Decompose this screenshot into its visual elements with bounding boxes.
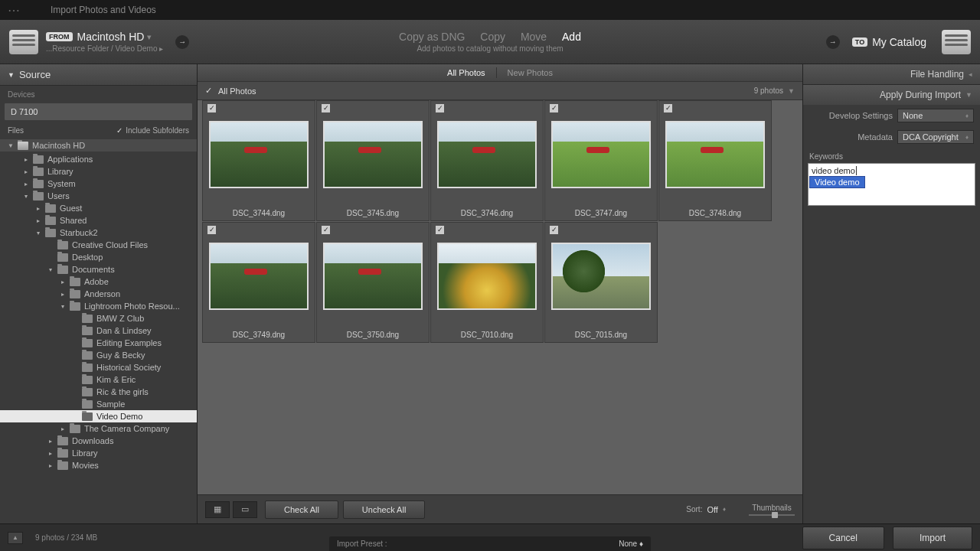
folder-guest[interactable]: ▸Guest [0, 202, 197, 214]
thumb-checkbox[interactable]: ✓ [322, 104, 330, 112]
thumb-checkbox[interactable]: ✓ [207, 104, 216, 112]
thumb-checkbox[interactable]: ✓ [436, 104, 444, 112]
folder-library[interactable]: ▸Library [0, 447, 197, 459]
folder-applications[interactable]: ▸Applications [0, 153, 197, 165]
folder-the-camera-company[interactable]: ▸The Camera Company [0, 422, 197, 435]
mode-move[interactable]: Move [521, 31, 547, 43]
cancel-button[interactable]: Cancel [802, 527, 884, 549]
to-catalog-name[interactable]: My Catalog [872, 36, 926, 48]
folder-movies[interactable]: ▸Movies [0, 459, 197, 471]
sort-dropdown-icon[interactable]: ♦ [723, 506, 726, 513]
folder-editing-examples[interactable]: Editing Examples [0, 337, 197, 349]
folder-system[interactable]: ▸System [0, 178, 197, 190]
folder-bmw-z-club[interactable]: BMW Z Club [0, 312, 197, 324]
develop-settings-dropdown[interactable]: None♦ [897, 109, 974, 122]
thumb-checkbox[interactable]: ✓ [550, 226, 558, 234]
thumbnail-cell[interactable]: ✓DSC_3750.dng [316, 222, 430, 343]
device-item[interactable]: D 7100 [5, 103, 192, 120]
keywords-text[interactable]: video demo [810, 165, 973, 176]
disclosure-icon[interactable]: ▸ [47, 438, 54, 445]
disclosure-icon[interactable]: ▸ [60, 291, 66, 298]
source-drive-icon[interactable] [9, 30, 38, 54]
disclosure-icon[interactable]: ▸ [35, 205, 41, 212]
thumbnail-cell[interactable]: ✓DSC_3747.dng [544, 100, 658, 221]
thumbnail-cell[interactable]: ✓DSC_7015.dng [544, 222, 658, 343]
window-controls[interactable]: ⋯ [8, 3, 20, 18]
filter-icon[interactable]: ▼ [788, 87, 795, 95]
thumb-checkbox[interactable]: ✓ [550, 104, 558, 112]
thumbnail-image[interactable] [209, 121, 309, 188]
uncheck-all-button[interactable]: Uncheck All [343, 500, 425, 519]
folder-ric-the-girls[interactable]: Ric & the girls [0, 386, 197, 398]
folder-documents[interactable]: ▾Documents [0, 263, 197, 276]
import-button[interactable]: Import [893, 527, 972, 549]
thumbnail-image[interactable] [437, 121, 537, 188]
thumbnail-slider[interactable] [749, 514, 795, 516]
folder-guy-becky[interactable]: Guy & Becky [0, 349, 197, 361]
from-path[interactable]: ...Resource Folder / Video Demo ▸ [46, 44, 163, 53]
metadata-dropdown[interactable]: DCA Copyright♦ [897, 130, 974, 144]
thumbnail-image[interactable] [323, 121, 423, 188]
disclosure-icon[interactable]: ▸ [35, 217, 41, 224]
loupe-view-button[interactable]: ▭ [233, 501, 257, 518]
check-all-button[interactable]: Check All [265, 500, 338, 519]
folder-library[interactable]: ▸Library [0, 165, 197, 178]
thumbnail-image[interactable] [209, 243, 309, 310]
import-preset-bar[interactable]: Import Preset : None ♦ [329, 536, 651, 551]
file-handling-header[interactable]: File Handling ◂ [803, 64, 980, 84]
thumbnail-cell[interactable]: ✓DSC_3746.dng [430, 100, 544, 221]
folder-tree[interactable]: ▸Applications▸Library▸System▾Users▸Guest… [0, 152, 197, 523]
mode-copy-dng[interactable]: Copy as DNG [399, 31, 465, 43]
thumbnail-image[interactable] [551, 121, 651, 188]
thumbnail-cell[interactable]: ✓DSC_3745.dng [316, 100, 430, 221]
thumb-checkbox[interactable]: ✓ [436, 226, 444, 234]
select-all-check[interactable]: ✓ [205, 86, 212, 96]
thumb-checkbox[interactable]: ✓ [207, 226, 216, 234]
folder-video-demo[interactable]: Video Demo [0, 410, 197, 422]
folder-downloads[interactable]: ▸Downloads [0, 435, 197, 447]
apply-during-import-header[interactable]: Apply During Import ▼ [803, 84, 980, 105]
thumb-checkbox[interactable]: ✓ [322, 226, 330, 234]
from-source-name[interactable]: Macintosh HD [77, 31, 145, 43]
source-panel-header[interactable]: ▼ Source [0, 64, 197, 86]
folder-historical-society[interactable]: Historical Society [0, 361, 197, 373]
thumbnail-image[interactable] [665, 121, 765, 188]
disclosure-icon[interactable]: ▸ [60, 279, 66, 285]
thumb-checkbox[interactable]: ✓ [664, 104, 672, 112]
folder-lightroom-photo-resou-[interactable]: ▾Lightroom Photo Resou... [0, 300, 197, 312]
folder-sample[interactable]: Sample [0, 398, 197, 410]
disclosure-icon[interactable]: ▼ [8, 142, 14, 149]
folder-dan-lindsey[interactable]: Dan & Lindsey [0, 324, 197, 337]
disclosure-icon[interactable]: ▸ [23, 156, 29, 163]
disclosure-icon[interactable]: ▾ [47, 266, 54, 273]
disclosure-icon[interactable]: ▸ [23, 181, 29, 187]
folder-anderson[interactable]: ▸Anderson [0, 288, 197, 300]
grid-view-button[interactable]: ▦ [205, 501, 230, 518]
disclosure-icon[interactable]: ▾ [60, 303, 66, 310]
include-subfolders-check[interactable]: ✓ [116, 126, 122, 135]
tab-all-photos[interactable]: All Photos [436, 64, 496, 81]
volume-root[interactable]: ▼ Macintosh HD [0, 139, 197, 152]
folder-shared[interactable]: ▸Shared [0, 214, 197, 227]
dest-drive-icon[interactable] [942, 30, 971, 54]
from-dropdown-icon[interactable]: ▾ [147, 32, 152, 42]
thumbnail-cell[interactable]: ✓DSC_3744.dng [202, 100, 315, 221]
thumbnail-cell[interactable]: ✓DSC_7010.dng [430, 222, 544, 343]
mode-add[interactable]: Add [562, 31, 581, 43]
disclosure-icon[interactable]: ▸ [23, 168, 29, 175]
mode-copy[interactable]: Copy [480, 31, 505, 43]
folder-users[interactable]: ▾Users [0, 190, 197, 202]
folder-creative-cloud-files[interactable]: Creative Cloud Files [0, 239, 197, 251]
disclosure-icon[interactable]: ▾ [35, 230, 41, 236]
thumbnail-image[interactable] [323, 243, 423, 310]
thumbnail-cell[interactable]: ✓DSC_3748.dng [658, 100, 772, 221]
keywords-input[interactable]: video demo Video demo [808, 163, 975, 206]
thumbnail-cell[interactable]: ✓DSC_3749.dng [202, 222, 315, 343]
disclosure-icon[interactable]: ▸ [60, 425, 66, 432]
folder-desktop[interactable]: Desktop [0, 251, 197, 263]
thumbnail-image[interactable] [551, 243, 651, 310]
thumbnail-image[interactable] [437, 243, 537, 310]
include-subfolders-label[interactable]: Include Subfolders [126, 126, 189, 135]
folder-starbuck2[interactable]: ▾Starbuck2 [0, 227, 197, 239]
folder-adobe[interactable]: ▸Adobe [0, 276, 197, 288]
